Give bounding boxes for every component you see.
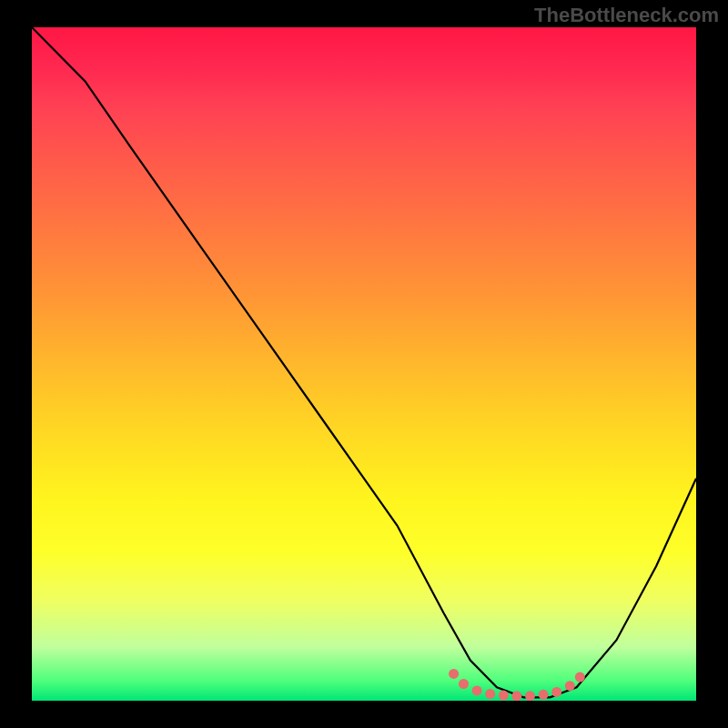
coral-dot	[499, 691, 509, 701]
coral-dot	[539, 690, 549, 700]
coral-dot	[565, 681, 575, 691]
plot-area	[32, 27, 696, 701]
coral-dot	[511, 691, 521, 701]
coral-dot	[449, 669, 459, 679]
watermark-text: TheBottleneck.com	[534, 4, 719, 27]
coral-dot	[472, 685, 482, 695]
coral-dots-group	[449, 669, 585, 701]
coral-dot	[551, 687, 561, 697]
coral-dot	[459, 679, 469, 689]
coral-dot	[525, 691, 535, 701]
bottleneck-curve-line	[32, 27, 696, 697]
coral-dot	[575, 672, 585, 682]
coral-dot	[485, 689, 495, 699]
chart-svg	[32, 27, 696, 701]
